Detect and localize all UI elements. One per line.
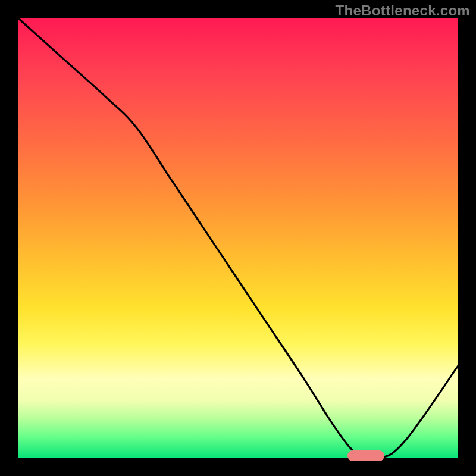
plot-area	[18, 18, 458, 458]
bottleneck-curve	[18, 18, 458, 458]
watermark-text: TheBottleneck.com	[336, 2, 470, 19]
chart-frame: TheBottleneck.com	[0, 0, 476, 476]
optimal-marker	[347, 450, 384, 461]
